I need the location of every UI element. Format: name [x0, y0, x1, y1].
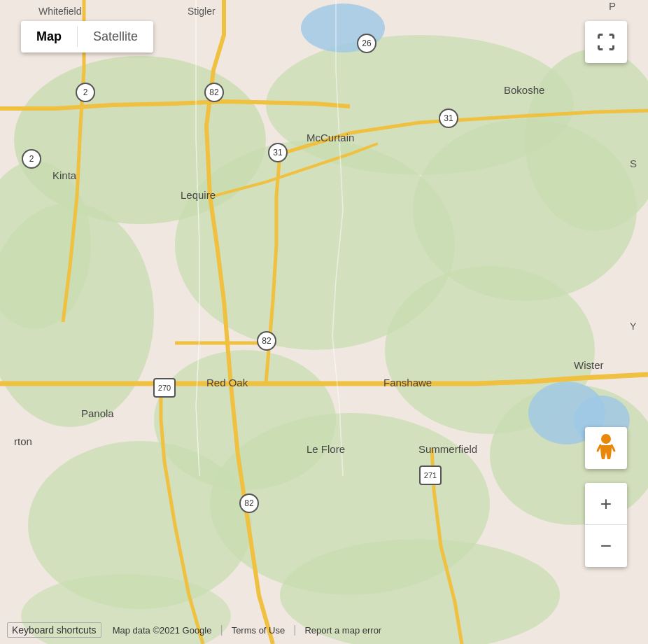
- fullscreen-icon: [596, 32, 616, 52]
- svg-point-18: [601, 434, 611, 444]
- zoom-in-button[interactable]: +: [585, 483, 627, 525]
- pegman-icon: [593, 433, 619, 463]
- map-background: [0, 0, 648, 644]
- divider-2: |: [293, 624, 296, 636]
- fullscreen-button[interactable]: [585, 21, 627, 63]
- zoom-out-button[interactable]: −: [585, 525, 627, 567]
- zoom-controls: + −: [585, 483, 627, 567]
- map-type-toggle[interactable]: Map Satellite: [21, 21, 153, 52]
- map-data-text: Map data ©2021 Google: [113, 625, 212, 636]
- keyboard-shortcuts-link[interactable]: Keyboard shortcuts: [7, 622, 101, 638]
- pegman-button[interactable]: [585, 427, 627, 469]
- map-type-map-button[interactable]: Map: [21, 21, 77, 52]
- map-container[interactable]: Map Satellite 26 82 2 31 2 31 82: [0, 0, 648, 644]
- terms-of-use-text[interactable]: Terms of Use: [232, 625, 286, 636]
- bottom-bar: Keyboard shortcuts Map data ©2021 Google…: [0, 616, 648, 644]
- divider-1: |: [220, 624, 223, 636]
- report-error-text[interactable]: Report a map error: [304, 625, 381, 636]
- map-type-satellite-button[interactable]: Satellite: [78, 21, 153, 52]
- svg-point-15: [301, 4, 385, 52]
